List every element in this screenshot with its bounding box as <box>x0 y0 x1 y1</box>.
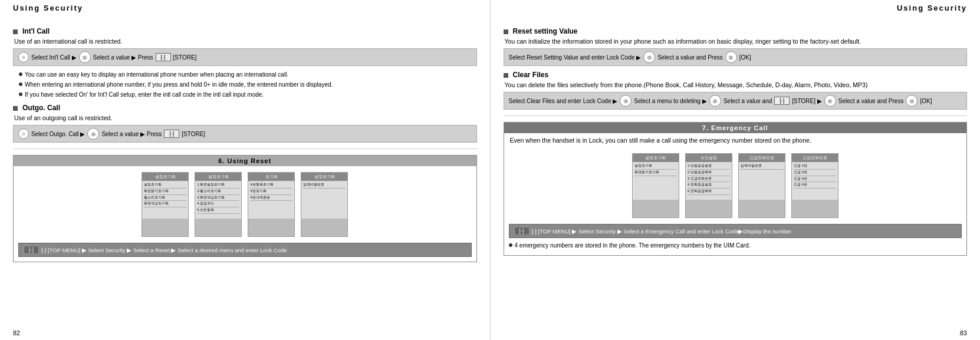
outgo-call-nav-icon: ○ <box>18 128 29 139</box>
emergency-phone-4-body: 긴급 1번 긴급 2번 긴급 3번 긴급 4번 <box>792 162 838 200</box>
intl-call-key-store: [-] <box>156 53 171 61</box>
clear-files-instr-text3: Select a value and <box>724 98 772 104</box>
intl-call-nav-icon2: ◎ <box>79 51 91 63</box>
reset-phone-4-lower <box>301 219 347 236</box>
emergency-call-content: Even when the handset is in Lock, you ca… <box>504 133 967 255</box>
outgo-call-title: Outgo. Call <box>22 104 60 112</box>
emergency-call-title: 7. Emergency Call <box>504 123 967 133</box>
clear-files-instr-text6: [OK] <box>920 98 932 104</box>
reset-phone-3-header: 초기화 <box>248 173 294 181</box>
page-left: Using Security Int'l Call Use of an inte… <box>0 0 491 340</box>
reset-value-title: Reset setting Value <box>513 27 578 35</box>
emergency-instr-text: [-] [TOP MENU] ▶ Select Security ▶ Selec… <box>532 228 792 235</box>
intl-call-instruction: ○ Select Int'l Call ▶ ◎ Select a value ▶… <box>13 48 477 66</box>
emrg-p4-line4: 긴급 4번 <box>794 182 836 189</box>
emergency-phone-4-header: 긴급전화번호 <box>792 154 838 162</box>
bullet-dot-1 <box>19 72 22 76</box>
bullet-text-1: You can use an easy key to display an in… <box>25 71 288 79</box>
emergency-instruction-bar: [-] [-] [TOP MENU] ▶ Select Security ▶ S… <box>509 224 962 238</box>
reset-phone-1-lower <box>142 219 188 236</box>
clear-files-instr-text1: Select Clear Files and enter Lock Code ▶ <box>509 98 618 104</box>
emergency-phone-1-lower <box>633 200 679 217</box>
reset-p1-line4: 화면색상초기화 <box>144 201 186 207</box>
outgo-call-instruction: ○ Select Outgo. Call ▶ ◎ Select a value … <box>13 125 477 143</box>
emrg-p2-line5: 5.전화잠금해제 <box>688 189 730 195</box>
right-header: Using Security <box>897 4 967 12</box>
reset-phone-1-header: 설정초기화 <box>142 173 188 181</box>
emrg-p1-line2: 화면밝기초기화 <box>634 170 677 176</box>
clear-files-ok-icon: ◎ <box>906 95 917 107</box>
reset-phone-images: 설정초기화 설정초기화 화면밝기초기화 벨소리초기화 화면색상초기화 설정초기화 <box>14 166 476 243</box>
clear-files-instr-text2: Select a menu to deleting ▶ <box>634 98 707 104</box>
reset-p2-line1: 1.화면설정초기화 <box>197 182 239 189</box>
reset-phone-1-body: 설정초기화 화면밝기초기화 벨소리초기화 화면색상초기화 <box>142 181 188 219</box>
emrg-p1-line1: 설정초기화 <box>634 163 677 170</box>
reset-value-instr-text3: [OK] <box>739 54 751 61</box>
using-reset-section: 6. Using Reset 설정초기화 설정초기화 화면밝기초기화 벨소리초기… <box>13 155 477 262</box>
intl-call-instr-text2: Select a value ▶ Press <box>93 54 153 61</box>
intl-call-instr-text1: Select Int'l Call ▶ <box>31 54 77 61</box>
reset-phone-2-body: 1.화면설정초기화 2.벨소리초기화 3.화면색상초기화 4.잠금코드 5.모든… <box>195 181 241 219</box>
reset-p2-line2: 2.벨소리초기화 <box>197 189 239 195</box>
reset-value-section-title: Reset setting Value <box>504 27 968 35</box>
outgo-call-nav-icon2: ◎ <box>87 128 99 140</box>
clear-files-instr-text5: Select a value and Press <box>838 98 904 104</box>
clear-files-instruction: Select Clear Files and enter Lock Code ▶… <box>504 92 968 110</box>
reset-value-instr-text1: Select Reset Setting Value and enter Loc… <box>509 54 642 61</box>
right-content: Reset setting Value You can initialize t… <box>504 27 968 256</box>
emergency-phone-3-header: 긴급전화번호 <box>739 154 785 162</box>
emergency-phone-1-header: 설정초기화 <box>633 154 679 162</box>
clear-files-nav-icon1: ◎ <box>620 95 632 107</box>
emrg-p2-line1: 1.단말잠금설정 <box>688 163 730 170</box>
left-content: Int'l Call Use of an international call … <box>13 27 477 262</box>
intl-call-desc: Use of an international call is restrict… <box>14 38 477 45</box>
clear-files-instr-text4: [STORE] ▶ <box>792 98 822 104</box>
reset-phone-4-body: 입력비밀번호 <box>301 181 347 219</box>
emergency-bullet-text: 4 emergency numbers are stored in the ph… <box>515 242 751 250</box>
reset-phone-2: 설정초기화 1.화면설정초기화 2.벨소리초기화 3.화면색상초기화 4.잠금코… <box>195 172 242 237</box>
emrg-p4-line3: 긴급 3번 <box>794 176 836 183</box>
reset-phone-1: 설정초기화 설정초기화 화면밝기초기화 벨소리초기화 화면색상초기화 <box>142 172 189 237</box>
emrg-p3-line1: 입력비밀번호 <box>741 163 783 170</box>
emergency-phone-images: 설정초기화 설정초기화 화면밝기초기화 보안설정 1.단말잠금설정 <box>509 147 962 224</box>
right-page-number: 83 <box>960 329 967 336</box>
emergency-phone-1: 설정초기화 설정초기화 화면밝기초기화 <box>632 153 679 218</box>
emergency-phone-1-body: 설정초기화 화면밝기초기화 <box>633 162 679 200</box>
reset-value-bullet-icon <box>504 29 508 34</box>
emergency-phone-2-lower <box>686 200 732 217</box>
bullet-dot-2 <box>19 82 22 86</box>
left-page-number: 82 <box>13 329 20 336</box>
reset-p1-line1: 설정초기화 <box>144 182 186 189</box>
reset-p3-line3: 4번삭제완료 <box>250 195 292 202</box>
reset-key-topmenu: [-] <box>24 246 39 254</box>
reset-value-nav-icon: ◎ <box>643 51 655 63</box>
reset-value-ok-icon: ◎ <box>725 51 737 63</box>
emrg-p2-line2: 2.단말잠금해제 <box>688 170 730 176</box>
emergency-phone-2-body: 1.단말잠금설정 2.단말잠금해제 3.긴급전화번호 4.전화잠금설정 5.전화… <box>686 162 732 200</box>
reset-instr-text: [-] [TOP MENU] ▶ Select Security ▶ Selec… <box>41 247 287 253</box>
outgo-call-instr-text3: [STORE] <box>182 131 205 137</box>
reset-phone-2-header: 설정초기화 <box>195 173 241 181</box>
bullet-item-1: You can use an easy key to display an in… <box>19 71 477 79</box>
reset-p2-line4: 4.잠금코드 <box>197 201 239 207</box>
reset-phone-3: 초기화 4번항목초기화 4번초기화 4번삭제완료 <box>248 172 295 237</box>
divider-2 <box>504 115 968 116</box>
bullet-text-3: If you have selected On' for Int'l Call … <box>25 91 264 99</box>
emergency-bullet-item: 4 emergency numbers are stored in the ph… <box>509 242 962 250</box>
divider-1 <box>13 148 477 149</box>
clear-files-key-store: [-] <box>774 97 790 105</box>
emergency-phone-2-header: 보안설정 <box>686 154 732 162</box>
emergency-phone-4: 긴급전화번호 긴급 1번 긴급 2번 긴급 3번 긴급 4번 <box>791 153 838 218</box>
intl-call-section-title: Int'l Call <box>13 27 477 35</box>
reset-p4-line1: 입력비밀번호 <box>303 182 346 189</box>
clear-files-nav-icon3: ◎ <box>824 95 836 107</box>
reset-p2-line3: 3.화면색상초기화 <box>197 195 239 202</box>
emrg-p4-line1: 긴급 1번 <box>794 163 836 170</box>
reset-phone-3-body: 4번항목초기화 4번초기화 4번삭제완료 <box>248 181 294 219</box>
emrg-p2-line4: 4.전화잠금설정 <box>688 182 730 189</box>
outgo-call-instr-text2: Select a value ▶ Press <box>101 131 162 137</box>
emrg-p4-line2: 긴급 2번 <box>794 170 836 176</box>
intl-call-bullets: You can use an easy key to display an in… <box>19 71 477 99</box>
emergency-phone-2: 보안설정 1.단말잠금설정 2.단말잠금해제 3.긴급전화번호 4.전화잠금설정… <box>685 153 732 218</box>
clear-files-bullet-icon <box>504 73 508 78</box>
